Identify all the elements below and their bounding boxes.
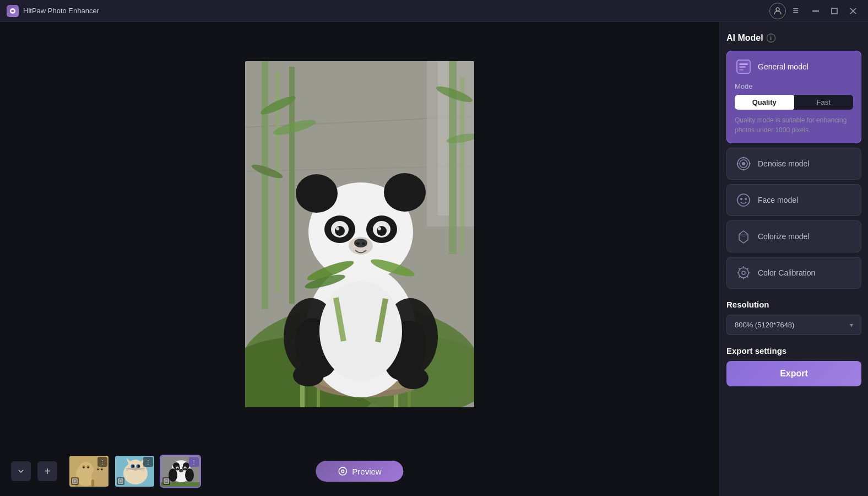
- svg-line-140: [747, 268, 748, 269]
- thumbnail-panda[interactable]: ⋮: [160, 455, 201, 488]
- svg-point-65: [79, 462, 93, 474]
- face-model-card[interactable]: Face model: [726, 184, 861, 216]
- face-model-icon: [735, 191, 752, 209]
- svg-rect-118: [739, 69, 744, 71]
- app-title: HitPaw Photo Enhancer: [23, 7, 769, 15]
- general-model-body: Mode Quality Fast Quality mode is suitab…: [727, 82, 861, 143]
- thumbnail-panda-menu[interactable]: ⋮: [189, 457, 199, 467]
- dropdown-button[interactable]: [11, 461, 31, 481]
- svg-point-126: [737, 194, 750, 206]
- right-panel: AI Model i General model: [719, 22, 868, 496]
- colorize-model-header: Colorize model: [727, 221, 861, 252]
- svg-point-52: [378, 227, 381, 230]
- main-content: +: [0, 22, 868, 496]
- resolution-label: Resolution: [726, 300, 861, 309]
- maximize-button[interactable]: [826, 3, 843, 19]
- close-button[interactable]: [845, 3, 861, 19]
- quality-mode-button[interactable]: Quality: [735, 95, 794, 110]
- thumbnail-panda-type: [162, 477, 170, 485]
- image-viewport: [0, 22, 719, 446]
- add-image-button[interactable]: +: [37, 461, 57, 481]
- thumbnail-dogs[interactable]: ⋮: [68, 455, 110, 488]
- mode-label: Mode: [735, 82, 853, 90]
- canvas-area: +: [0, 22, 719, 496]
- export-section: Export settings Export: [726, 346, 861, 386]
- svg-rect-94: [120, 480, 122, 483]
- svg-point-55: [356, 242, 360, 245]
- svg-line-141: [739, 277, 740, 278]
- svg-point-88: [133, 467, 138, 471]
- svg-point-1: [776, 8, 779, 11]
- resolution-dropdown-arrow: ▾: [850, 321, 853, 329]
- svg-marker-129: [739, 231, 748, 243]
- svg-rect-111: [165, 480, 168, 483]
- svg-point-54: [354, 239, 367, 247]
- app-logo: [7, 5, 19, 17]
- svg-rect-76: [91, 479, 94, 487]
- svg-point-41: [319, 282, 402, 381]
- svg-point-51: [336, 227, 339, 230]
- thumbnail-dogs-menu[interactable]: ⋮: [97, 457, 107, 467]
- denoise-model-icon: [735, 155, 752, 172]
- thumbnail-cats[interactable]: ⋮: [114, 455, 155, 488]
- colorize-model-name: Colorize model: [758, 232, 809, 241]
- svg-point-122: [743, 157, 745, 159]
- resolution-section: Resolution 800% (5120*7648) ▾: [726, 300, 861, 335]
- svg-point-40: [398, 367, 428, 389]
- svg-point-104: [177, 468, 178, 470]
- svg-rect-15: [460, 78, 464, 254]
- svg-point-123: [749, 163, 751, 165]
- svg-rect-2: [812, 10, 819, 12]
- svg-point-106: [179, 469, 183, 472]
- export-settings-label: Export settings: [726, 346, 861, 355]
- preview-button[interactable]: Preview: [316, 461, 403, 482]
- svg-line-139: [747, 277, 748, 278]
- color-calibration-header: Color Calibration: [727, 257, 861, 288]
- denoise-model-name: Denoise model: [758, 159, 809, 168]
- svg-point-39: [293, 364, 324, 386]
- svg-point-72: [88, 467, 89, 468]
- svg-point-124: [743, 169, 745, 171]
- color-calibration-name: Color Calibration: [758, 268, 815, 277]
- svg-rect-116: [739, 63, 748, 65]
- color-calibration-icon: [735, 264, 752, 282]
- svg-point-56: [362, 242, 365, 245]
- general-model-icon: [735, 58, 752, 76]
- svg-rect-117: [739, 66, 746, 68]
- svg-point-86: [132, 465, 134, 467]
- ai-model-title: AI Model i: [726, 33, 861, 43]
- colorize-model-card[interactable]: Colorize model: [726, 220, 861, 252]
- title-bar: HitPaw Photo Enhancer ≡: [0, 0, 868, 22]
- svg-point-125: [737, 163, 739, 165]
- window-controls: [807, 3, 861, 19]
- svg-point-132: [739, 268, 748, 278]
- svg-point-87: [138, 465, 140, 467]
- preview-label: Preview: [352, 467, 381, 476]
- general-model-name: General model: [758, 62, 809, 71]
- svg-point-49: [335, 226, 345, 236]
- svg-point-50: [377, 226, 387, 236]
- svg-rect-78: [74, 480, 77, 483]
- ai-model-section: AI Model i General model: [726, 33, 861, 289]
- fast-mode-button[interactable]: Fast: [794, 95, 854, 110]
- main-image: [245, 61, 474, 407]
- svg-point-105: [185, 468, 186, 470]
- svg-point-133: [742, 271, 745, 274]
- color-calibration-card[interactable]: Color Calibration: [726, 257, 861, 289]
- colorize-model-icon: [735, 228, 752, 245]
- user-avatar[interactable]: [769, 3, 786, 19]
- denoise-model-card[interactable]: Denoise model: [726, 148, 861, 180]
- svg-point-127: [740, 198, 742, 200]
- export-button[interactable]: Export: [726, 361, 861, 386]
- bottom-toolbar: +: [0, 446, 719, 496]
- mode-description: Quality mode is suitable for enhancing p…: [735, 115, 853, 135]
- ai-model-info-icon[interactable]: i: [767, 34, 775, 42]
- resolution-dropdown[interactable]: 800% (5120*7648) ▾: [726, 315, 861, 335]
- svg-point-121: [742, 162, 745, 165]
- menu-icon[interactable]: ≡: [793, 5, 799, 17]
- general-model-card[interactable]: General model Mode Quality Fast Quality …: [726, 51, 861, 143]
- minimize-button[interactable]: [807, 3, 824, 19]
- thumbnail-cats-menu[interactable]: ⋮: [143, 457, 153, 467]
- svg-rect-10: [438, 61, 449, 215]
- svg-point-108: [185, 468, 194, 482]
